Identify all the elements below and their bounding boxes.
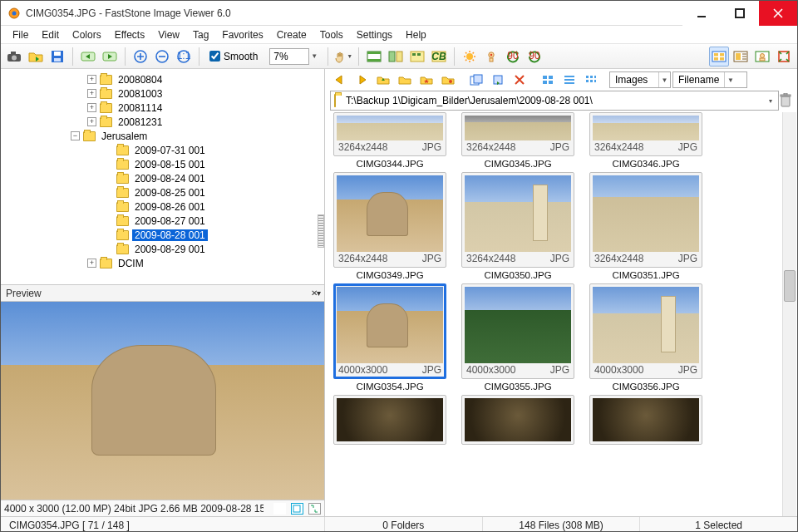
scrollbar-thumb[interactable] bbox=[784, 270, 796, 302]
view-single-icon[interactable] bbox=[752, 47, 772, 66]
thumbnail[interactable] bbox=[460, 395, 576, 445]
thumbnail[interactable]: 3264x2448JPGCIMG0346.JPG bbox=[588, 112, 704, 169]
menu-edit[interactable]: Edit bbox=[35, 27, 66, 42]
builder-icon[interactable]: CB bbox=[429, 47, 449, 66]
menu-view[interactable]: View bbox=[151, 27, 186, 42]
thumbnail[interactable]: 4000x3000JPGCIMG0354.JPG bbox=[332, 283, 448, 392]
menu-effects[interactable]: Effects bbox=[108, 27, 151, 42]
smooth-checkbox[interactable] bbox=[209, 51, 220, 62]
view-list-icon[interactable] bbox=[559, 70, 579, 90]
hand-tool-icon[interactable]: ▼ bbox=[333, 47, 353, 66]
expander-icon[interactable]: + bbox=[87, 75, 96, 84]
zoom-value-input[interactable] bbox=[269, 48, 309, 65]
slideshow-icon[interactable] bbox=[364, 47, 384, 66]
menu-file[interactable]: File bbox=[6, 27, 35, 42]
ratio-11-button[interactable]: 1:1 bbox=[273, 503, 286, 515]
fit-button[interactable] bbox=[291, 503, 303, 515]
tree-item[interactable]: 2009-08-15 001 bbox=[4, 157, 324, 171]
tag-folder-icon[interactable] bbox=[438, 70, 458, 90]
menu-tools[interactable]: Tools bbox=[313, 27, 350, 42]
vertical-scrollbar[interactable] bbox=[782, 112, 796, 516]
expander-icon[interactable]: − bbox=[71, 131, 80, 140]
status-folders: 0 Folders bbox=[325, 517, 483, 532]
menu-help[interactable]: Help bbox=[399, 27, 433, 42]
thumbnail[interactable]: 3264x2448JPGCIMG0351.JPG bbox=[588, 172, 704, 280]
smooth-toggle[interactable]: Smooth bbox=[209, 51, 258, 62]
thumbnail[interactable]: 3264x2448JPGCIMG0350.JPG bbox=[460, 172, 576, 280]
brightness-icon[interactable] bbox=[460, 47, 480, 66]
thumbnail[interactable]: 4000x3000JPGCIMG0356.JPG bbox=[588, 283, 704, 392]
thumbnail[interactable]: 3264x2448JPGCIMG0349.JPG bbox=[332, 172, 448, 280]
menu-create[interactable]: Create bbox=[270, 27, 313, 42]
open-folder-icon[interactable] bbox=[26, 47, 46, 66]
sort-combo[interactable]: Filename▼ bbox=[672, 71, 747, 88]
menu-settings[interactable]: Settings bbox=[350, 27, 399, 42]
menu-favorites[interactable]: Favorites bbox=[215, 27, 269, 42]
rotate-right-icon[interactable]: 90 bbox=[525, 47, 544, 66]
move-to-icon[interactable] bbox=[488, 70, 508, 90]
acquire-icon[interactable] bbox=[4, 47, 24, 66]
preview-header[interactable]: Preview ✕ ▾ bbox=[1, 285, 324, 302]
view-large-icon[interactable] bbox=[538, 70, 558, 90]
tree-item[interactable]: 2009-08-27 001 bbox=[4, 214, 324, 228]
crop-button[interactable] bbox=[308, 503, 321, 515]
thumbnail[interactable]: 4000x3000JPGCIMG0355.JPG bbox=[460, 283, 576, 392]
nav-back-icon[interactable] bbox=[78, 47, 98, 66]
splitter-handle[interactable] bbox=[318, 214, 324, 248]
thumbnail[interactable] bbox=[588, 395, 704, 445]
menu-colors[interactable]: Colors bbox=[66, 27, 108, 42]
thumbnail-grid[interactable]: 3264x2448JPGCIMG0344.JPG3264x2448JPGCIMG… bbox=[325, 112, 797, 516]
close-button[interactable] bbox=[759, 1, 797, 26]
tree-item[interactable]: 2009-07-31 001 bbox=[4, 143, 324, 157]
menu-tag[interactable]: Tag bbox=[186, 27, 215, 42]
view-thumbs-icon[interactable] bbox=[709, 47, 729, 66]
rotate-left-icon[interactable]: 90 bbox=[503, 47, 523, 66]
tree-item[interactable]: 2009-08-29 001 bbox=[4, 242, 324, 256]
path-bar[interactable]: T:\Backup 1\Digicam_Bilder\Jerusalem\200… bbox=[330, 91, 779, 111]
tree-item[interactable]: 2009-08-26 001 bbox=[4, 200, 324, 214]
nav-forward-icon[interactable] bbox=[100, 47, 120, 66]
collapse-icon[interactable]: ✕ ▾ bbox=[311, 288, 319, 298]
thumbnail[interactable] bbox=[332, 395, 448, 445]
tree-item[interactable]: 2009-08-28 001 bbox=[4, 228, 324, 242]
expander-icon[interactable]: + bbox=[87, 103, 96, 112]
history-forward-icon[interactable] bbox=[352, 70, 372, 90]
zoom-out-icon[interactable] bbox=[152, 47, 172, 66]
tree-item[interactable]: +20081114 bbox=[4, 101, 324, 115]
expander-icon[interactable]: + bbox=[87, 259, 96, 268]
copy-to-icon[interactable] bbox=[466, 70, 486, 90]
tree-item[interactable]: +20080804 bbox=[4, 72, 324, 86]
folder-home-icon[interactable] bbox=[395, 70, 415, 90]
zoom-actual-icon[interactable]: 1:1 bbox=[174, 47, 194, 66]
save-icon[interactable] bbox=[47, 47, 67, 66]
trash-icon[interactable] bbox=[776, 91, 796, 111]
fullscreen-icon[interactable] bbox=[774, 47, 794, 66]
expander-icon[interactable]: + bbox=[87, 89, 96, 98]
minimize-button[interactable] bbox=[682, 1, 721, 26]
favorites-folder-icon[interactable] bbox=[416, 70, 436, 90]
compare-icon[interactable] bbox=[386, 47, 406, 66]
delete-icon[interactable] bbox=[510, 70, 530, 90]
contact-sheet-icon[interactable] bbox=[407, 47, 427, 66]
preview-image bbox=[1, 302, 324, 500]
expander-icon[interactable]: + bbox=[87, 117, 96, 126]
thumbnail[interactable]: 3264x2448JPGCIMG0344.JPG bbox=[332, 112, 448, 169]
view-detail-icon[interactable] bbox=[731, 47, 751, 66]
thumbnail[interactable]: 3264x2448JPGCIMG0345.JPG bbox=[460, 112, 576, 169]
zoom-in-icon[interactable] bbox=[131, 47, 150, 66]
redeye-icon[interactable] bbox=[481, 47, 501, 66]
maximize-button[interactable] bbox=[721, 1, 759, 26]
history-back-icon[interactable] bbox=[330, 70, 350, 90]
tree-item[interactable]: 2009-08-24 001 bbox=[4, 171, 324, 185]
filter-combo[interactable]: Images▼ bbox=[609, 71, 671, 88]
preview-area[interactable] bbox=[1, 302, 324, 500]
tree-item[interactable]: −Jerusalem bbox=[4, 129, 324, 143]
folder-tree[interactable]: +20080804+20081003+20081114+20081231−Jer… bbox=[1, 69, 324, 285]
tree-item[interactable]: +20081003 bbox=[4, 86, 324, 101]
tree-item[interactable]: +20081231 bbox=[4, 115, 324, 129]
tree-item[interactable]: +DCIM bbox=[4, 256, 324, 270]
tree-item[interactable]: 2009-08-25 001 bbox=[4, 185, 324, 200]
folder-up-icon[interactable] bbox=[373, 70, 393, 90]
zoom-combo[interactable]: ▼ bbox=[269, 48, 318, 65]
view-small-icon[interactable] bbox=[581, 70, 601, 90]
